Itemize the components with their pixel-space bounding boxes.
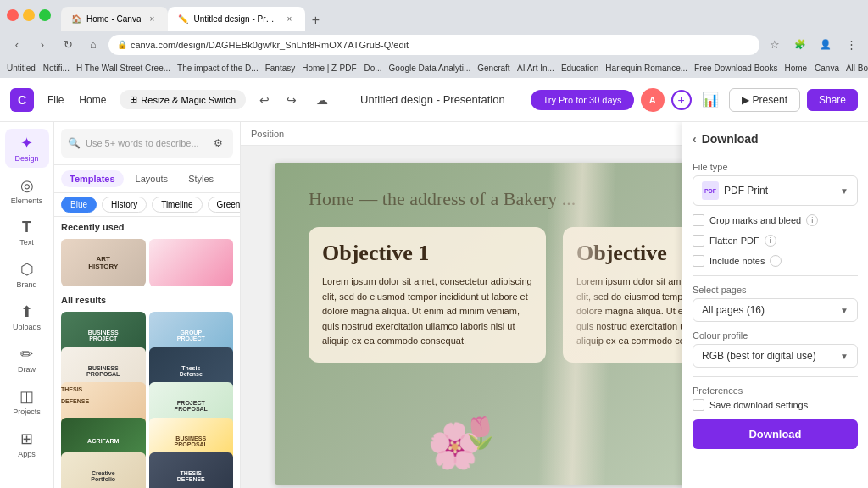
new-tab-button[interactable]: + xyxy=(305,10,326,30)
minimize-control[interactable] xyxy=(23,9,35,21)
color-chip-green[interactable]: Green xyxy=(208,197,240,213)
left-sidebar: ✦ Design ◎ Elements T Text ⬡ Brand ⬆ Upl… xyxy=(0,122,54,488)
close-tab-home[interactable]: × xyxy=(146,13,158,25)
close-control[interactable] xyxy=(7,9,19,21)
bookmark-education[interactable]: Education xyxy=(561,64,598,73)
recent-template-2[interactable] xyxy=(149,239,234,286)
crop-marks-label: Crop marks and bleed xyxy=(709,215,801,225)
download-button[interactable]: Download xyxy=(693,419,858,449)
undo-button[interactable]: ↩ xyxy=(253,88,276,112)
address-bar[interactable]: 🔒 canva.com/design/DAGHEBk0gw/kr_SnLhf8R… xyxy=(108,35,760,55)
browser-tab-home[interactable]: 🏠 Home - Canva × xyxy=(61,7,168,30)
sidebar-item-uploads[interactable]: ⬆ Uploads xyxy=(5,297,49,336)
crop-marks-info-icon[interactable]: i xyxy=(806,214,818,226)
back-button[interactable]: ‹ xyxy=(7,35,27,55)
star-button[interactable]: ☆ xyxy=(765,35,785,55)
home-menu-item[interactable]: Home xyxy=(72,91,113,109)
bookmark-notifications[interactable]: Untitled - Notifi... xyxy=(7,64,70,73)
recent-template-1[interactable]: ARTHISTORY xyxy=(61,239,146,286)
color-chip-timeline[interactable]: Timeline xyxy=(152,197,202,213)
card1-title: Objective 1 xyxy=(322,241,532,266)
sidebar-item-brand[interactable]: ⬡ Brand xyxy=(5,255,49,294)
colour-profile-dropdown[interactable]: RGB (best for digital use) ▼ xyxy=(693,344,858,368)
bookmark-freedownload[interactable]: Free Download Books xyxy=(694,64,777,73)
sidebar-item-projects[interactable]: ◫ Projects xyxy=(5,382,49,421)
address-bar-row: ‹ › ↻ ⌂ 🔒 canva.com/design/DAGHEBk0gw/kr… xyxy=(0,30,868,58)
apps-icon: ⊞ xyxy=(20,430,33,448)
position-label: Position xyxy=(251,129,284,139)
include-notes-info-icon[interactable]: i xyxy=(770,255,782,267)
share-analytics-button[interactable]: 📊 xyxy=(698,88,722,112)
sidebar-item-elements[interactable]: ◎ Elements xyxy=(5,171,49,210)
back-arrow-icon[interactable]: ‹ xyxy=(693,132,697,146)
search-box: 🔍 ⚙ xyxy=(61,129,233,158)
address-text: canva.com/design/DAGHEBk0gw/kr_SnLhf8RmO… xyxy=(131,40,409,50)
bookmark-google-data[interactable]: Google Data Analyti... xyxy=(389,64,471,73)
sidebar-item-draw[interactable]: ✏ Draw xyxy=(5,340,49,379)
all-bookmarks[interactable]: All Bookmarks xyxy=(846,64,868,73)
filter-icon[interactable]: ⚙ xyxy=(211,133,226,153)
template-item-10[interactable]: THESISDEFENSE xyxy=(149,452,234,488)
bookmark-zpdf[interactable]: Home | Z-PDF - Do... xyxy=(302,64,381,73)
file-type-dropdown[interactable]: PDF PDF Print ▼ xyxy=(693,175,858,206)
select-pages-dropdown[interactable]: All pages (16) ▼ xyxy=(693,298,858,322)
resize-label: Resize & Magic Switch xyxy=(141,95,236,105)
canva-logo[interactable]: C xyxy=(10,88,34,112)
flatten-pdf-info-icon[interactable]: i xyxy=(765,235,776,247)
sidebar-item-apps[interactable]: ⊞ Apps xyxy=(5,424,49,463)
bookmark-gencraft[interactable]: Gencraft - AI Art In... xyxy=(477,64,554,73)
bookmark-impact[interactable]: The impact of the D... xyxy=(177,64,259,73)
home-nav-button[interactable]: ⌂ xyxy=(83,35,103,55)
flatten-pdf-checkbox[interactable] xyxy=(693,235,704,247)
add-collaborator-button[interactable]: + xyxy=(671,90,692,110)
forward-button[interactable]: › xyxy=(32,35,53,55)
template-item-9[interactable]: CreativePortfolio xyxy=(61,452,146,488)
crop-marks-checkbox[interactable] xyxy=(693,214,704,226)
sidebar-item-design[interactable]: ✦ Design xyxy=(5,129,49,168)
preferences-label: Preferences xyxy=(693,385,858,396)
reload-button[interactable]: ↻ xyxy=(58,35,78,55)
resize-magic-switch-button[interactable]: ⊞ Resize & Magic Switch xyxy=(120,90,246,109)
share-button[interactable]: Share xyxy=(807,89,858,111)
save-settings-checkbox[interactable] xyxy=(693,399,704,411)
checkbox-include-notes[interactable]: Include notes i xyxy=(693,255,858,267)
color-chip-history[interactable]: History xyxy=(102,197,147,213)
bookmark-canva-home[interactable]: Home - Canva xyxy=(784,64,838,73)
tab-layouts[interactable]: Layouts xyxy=(127,170,177,187)
file-menu-item[interactable]: File xyxy=(41,91,70,109)
design-label: Design xyxy=(14,154,38,163)
divider-2 xyxy=(693,376,858,377)
colour-profile-label: Colour profile xyxy=(693,330,858,341)
extensions-button[interactable]: 🧩 xyxy=(790,35,810,55)
color-chip-blue[interactable]: Blue xyxy=(61,197,97,213)
tab-styles[interactable]: Styles xyxy=(180,170,222,187)
slide-card-1: Objective 1 Lorem ipsum dolor sit amet, … xyxy=(309,227,546,363)
select-pages-section: Select pages All pages (16) ▼ xyxy=(693,285,858,322)
sidebar-item-text[interactable]: T Text xyxy=(5,214,49,252)
present-label: Present xyxy=(753,94,787,106)
bookmark-harlequin[interactable]: Harlequin Romance... xyxy=(605,64,687,73)
user-avatar[interactable]: A xyxy=(641,88,665,112)
menu-button[interactable]: ⋮ xyxy=(841,35,861,55)
redo-button[interactable]: ↪ xyxy=(280,88,303,112)
profile-button[interactable]: 👤 xyxy=(815,35,836,55)
bookmark-wall-street[interactable]: H The Wall Street Cree... xyxy=(76,64,170,73)
include-notes-checkbox[interactable] xyxy=(693,255,704,267)
maximize-control[interactable] xyxy=(39,9,51,21)
try-pro-button[interactable]: Try Pro for 30 days xyxy=(531,90,633,110)
search-input[interactable] xyxy=(86,138,206,148)
checkbox-crop-marks[interactable]: Crop marks and bleed i xyxy=(693,214,858,226)
elements-label: Elements xyxy=(11,197,43,205)
checkbox-save-settings[interactable]: Save download settings xyxy=(693,399,858,411)
close-tab-canva[interactable]: × xyxy=(283,13,295,25)
bookmark-fantasy[interactable]: Fantasy xyxy=(265,64,296,73)
canva-favicon: ✏️ xyxy=(178,14,188,24)
select-pages-chevron-icon: ▼ xyxy=(840,306,849,315)
browser-tab-canva[interactable]: ✏️ Untitled design - Presentation × xyxy=(168,7,305,30)
save-settings-label: Save download settings xyxy=(709,400,808,410)
tab-templates[interactable]: Templates xyxy=(61,170,124,187)
colour-profile-value: RGB (best for digital use) xyxy=(702,350,816,362)
checkbox-flatten-pdf[interactable]: Flatten PDF i xyxy=(693,235,858,247)
present-button[interactable]: ▶ Present xyxy=(729,88,800,112)
save-cloud-button[interactable]: ☁ xyxy=(310,88,334,112)
